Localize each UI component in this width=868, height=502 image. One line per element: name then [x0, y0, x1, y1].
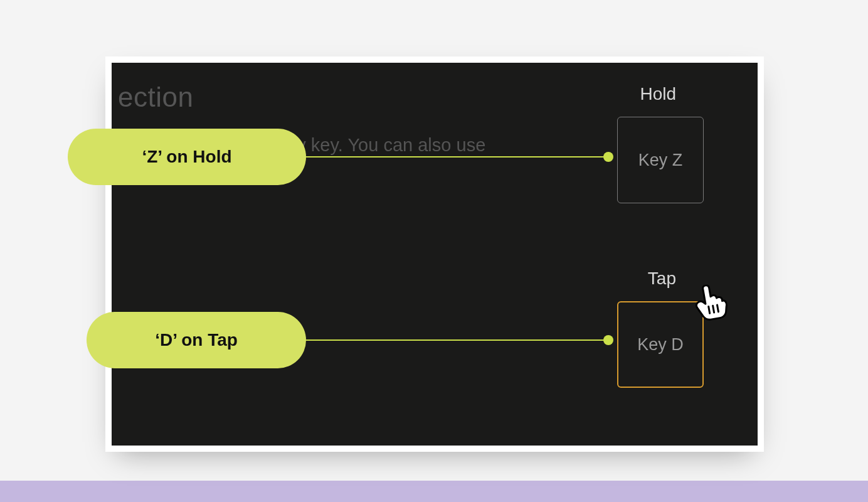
hold-field-label: Hold [640, 84, 676, 104]
pointer-hand-icon [690, 282, 730, 326]
settings-panel: ection you can first e your any key. You… [112, 63, 758, 446]
svg-line-2 [717, 305, 719, 312]
tap-field-label: Tap [648, 269, 676, 289]
callout-hold-text: ‘Z’ on Hold [142, 147, 231, 167]
hold-keybox[interactable]: Key Z [617, 117, 704, 203]
hold-key-value: Key Z [638, 151, 683, 170]
panel-title: ection [118, 82, 193, 113]
callout-tap-connector [301, 339, 608, 341]
svg-line-1 [713, 306, 714, 312]
svg-line-0 [709, 306, 710, 313]
callout-tap-text: ‘D’ on Tap [155, 330, 238, 350]
callout-tap-dot [603, 335, 613, 345]
decorative-bottom-strip [0, 481, 868, 502]
tap-keybox[interactable]: Key D [617, 301, 704, 388]
screenshot-frame: ection you can first e your any key. You… [105, 56, 764, 452]
tap-key-value: Key D [637, 335, 684, 355]
callout-hold-dot [603, 152, 613, 162]
callout-tap: ‘D’ on Tap [87, 312, 306, 368]
callout-hold: ‘Z’ on Hold [68, 129, 306, 185]
callout-hold-connector [301, 156, 608, 158]
